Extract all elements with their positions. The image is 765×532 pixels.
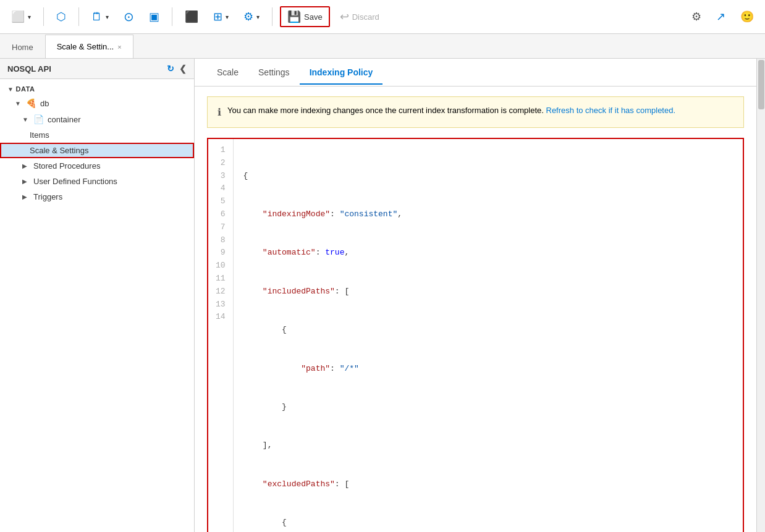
db-arrow: ▼ (15, 100, 22, 107)
sidebar-item-db[interactable]: ▼ 🍕 db (0, 95, 194, 111)
sidebar-title: NOSQL API (7, 64, 51, 74)
line-numbers: 1 2 3 4 5 6 7 8 9 10 11 12 13 14 (208, 139, 234, 532)
sub-tab-scale-label: Scale (217, 67, 239, 77)
refresh-icon[interactable]: ↻ (167, 64, 174, 74)
triggers-arrow: ▶ (22, 193, 30, 200)
smiley-icon: 🙂 (740, 10, 754, 23)
new-doc-dropdown-icon: ▾ (28, 14, 31, 20)
db-label: db (40, 99, 187, 108)
terminal-button[interactable]: ▣ (144, 7, 164, 27)
sub-tab-scale[interactable]: Scale (207, 61, 248, 85)
tab-bar: Home Scale & Settin... × (0, 34, 765, 59)
github-icon: ⊙ (124, 9, 134, 24)
separator-2 (78, 7, 79, 26)
sub-tab-indexing-policy-label: Indexing Policy (310, 67, 373, 77)
info-icon: ℹ (218, 105, 221, 120)
open-query-icon: 🗒 (91, 11, 103, 23)
tab-close-icon[interactable]: × (117, 43, 121, 51)
triggers-label: Triggers (33, 192, 187, 201)
expand-button[interactable]: ⊞ ▾ (208, 7, 234, 27)
save-icon: 💾 (287, 10, 301, 23)
stored-procedures-label: Stored Procedures (33, 161, 187, 171)
sidebar-item-container[interactable]: ▼ 📄 container (0, 111, 194, 127)
expand-icon: ⊞ (213, 10, 222, 23)
sub-tab-settings[interactable]: Settings (248, 61, 300, 85)
open-query-dropdown-icon: ▾ (106, 14, 109, 20)
sidebar-item-udf[interactable]: ▶ User Defined Functions (0, 174, 194, 189)
cosmos-icon: ⬡ (56, 10, 66, 23)
info-banner-text: You can make more indexing changes once … (227, 104, 675, 117)
tab-home-label: Home (12, 43, 33, 52)
scrollbar-thumb[interactable] (758, 60, 764, 109)
scale-settings-label: Scale & Settings (30, 146, 187, 155)
sub-tabs: Scale Settings Indexing Policy (195, 59, 756, 87)
container-icon: 📄 (33, 114, 44, 124)
save-label: Save (304, 12, 323, 22)
separator-4 (272, 7, 273, 26)
tab-scale-settings[interactable]: Scale & Settin... × (45, 35, 133, 58)
sub-tab-indexing-policy[interactable]: Indexing Policy (300, 61, 383, 85)
main-layout: NOSQL API ↻ ❮ ▼ DATA ▼ 🍕 db ▼ 📄 containe… (0, 59, 765, 532)
sidebar-item-triggers[interactable]: ▶ Triggers (0, 189, 194, 205)
new-document-button[interactable]: ⬜ ▾ (6, 7, 36, 27)
new-container-icon: ⬛ (185, 10, 198, 23)
sidebar-section-data: ▼ DATA (0, 79, 194, 95)
content-area: Scale Settings Indexing Policy ℹ You can… (195, 59, 756, 532)
sidebar-item-scale-settings[interactable]: Scale & Settings (0, 143, 194, 158)
udf-arrow: ▶ (22, 178, 30, 185)
sidebar-item-stored-procedures[interactable]: ▶ Stored Procedures (0, 158, 194, 174)
collapse-icon[interactable]: ❮ (179, 64, 187, 74)
github-button[interactable]: ⊙ (119, 6, 139, 27)
code-editor[interactable]: 1 2 3 4 5 6 7 8 9 10 11 12 13 14 { "inde… (207, 138, 744, 532)
save-button[interactable]: 💾 Save (280, 6, 330, 27)
scrollbar-track[interactable] (756, 59, 765, 532)
discard-icon: ↩ (340, 10, 349, 23)
discard-label: Discard (352, 12, 379, 22)
discard-button[interactable]: ↩ Discard (335, 7, 384, 27)
udf-label: User Defined Functions (33, 177, 187, 186)
sidebar: NOSQL API ↻ ❮ ▼ DATA ▼ 🍕 db ▼ 📄 containe… (0, 59, 195, 532)
settings-dropdown-icon: ▾ (256, 14, 260, 20)
gear-right-icon: ⚙ (691, 10, 701, 23)
items-label: Items (30, 130, 187, 140)
tab-scale-settings-label: Scale & Settin... (57, 42, 114, 51)
info-banner: ℹ You can make more indexing changes onc… (207, 96, 744, 128)
header-actions: ↻ ❮ (167, 64, 187, 74)
container-arrow: ▼ (22, 116, 30, 123)
container-label: container (48, 115, 187, 124)
separator-3 (172, 7, 172, 26)
db-icon: 🍕 (26, 98, 36, 108)
settings-icon: ⚙ (243, 10, 253, 23)
open-query-button[interactable]: 🗒 ▾ (87, 7, 114, 27)
separator-1 (43, 7, 44, 26)
settings-button[interactable]: ⚙ ▾ (239, 7, 264, 27)
expand-dropdown-icon: ▾ (226, 14, 229, 20)
settings-right-button[interactable]: ⚙ (687, 7, 706, 27)
code-content[interactable]: { "indexingMode": "consistent", "automat… (234, 139, 743, 532)
smiley-button[interactable]: 🙂 (735, 7, 759, 27)
sidebar-header: NOSQL API ↻ ❮ (0, 59, 194, 79)
cosmos-icon-button[interactable]: ⬡ (51, 7, 71, 27)
toolbar: ⬜ ▾ ⬡ 🗒 ▾ ⊙ ▣ ⬛ ⊞ ▾ ⚙ ▾ 💾 Save ↩ Discard (0, 0, 765, 34)
sub-tab-settings-label: Settings (258, 67, 290, 77)
new-container-button[interactable]: ⬛ (180, 7, 203, 27)
tab-home[interactable]: Home (0, 36, 45, 58)
share-button[interactable]: ↗ (711, 7, 730, 27)
stored-proc-arrow: ▶ (22, 163, 30, 169)
new-doc-icon: ⬜ (11, 10, 25, 23)
refresh-link[interactable]: Refresh to check if it has completed. (546, 106, 676, 115)
share-icon: ↗ (716, 10, 725, 23)
section-data-label: DATA (16, 85, 35, 93)
sidebar-item-items[interactable]: Items (0, 127, 194, 143)
terminal-icon: ▣ (149, 10, 159, 23)
